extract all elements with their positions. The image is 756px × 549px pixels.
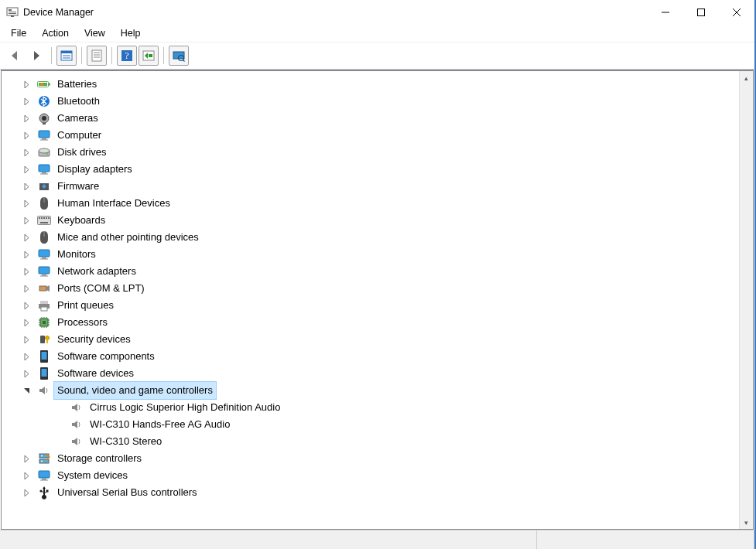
- action-events-button[interactable]: [139, 46, 159, 66]
- chevron-right-icon[interactable]: [23, 251, 36, 258]
- chevron-right-icon[interactable]: [23, 353, 36, 360]
- tree-row-computer[interactable]: Computer: [2, 127, 753, 144]
- toolbar: ?: [0, 43, 754, 70]
- maximize-button[interactable]: [683, 0, 719, 25]
- svg-rect-42: [42, 172, 46, 174]
- tree-row-keyboards[interactable]: Keyboards: [2, 212, 753, 229]
- show-hide-console-tree-button[interactable]: [56, 46, 77, 66]
- chevron-right-icon[interactable]: [23, 81, 36, 88]
- svg-rect-3: [9, 13, 16, 14]
- chevron-right-icon[interactable]: [23, 234, 36, 241]
- chevron-right-icon[interactable]: [23, 149, 36, 156]
- chevron-right-icon[interactable]: [23, 268, 36, 275]
- chevron-right-icon[interactable]: [23, 183, 36, 190]
- tree-row-human-interface-devices[interactable]: Human Interface Devices: [2, 195, 753, 212]
- menu-view[interactable]: View: [77, 26, 113, 40]
- chevron-right-icon[interactable]: [23, 489, 36, 496]
- chevron-right-icon[interactable]: [23, 455, 36, 462]
- chevron-right-icon[interactable]: [23, 98, 36, 105]
- svg-rect-90: [42, 479, 46, 480]
- close-button[interactable]: [719, 0, 754, 25]
- speaker-icon: [70, 435, 84, 448]
- scroll-down-icon[interactable]: ▾: [740, 516, 753, 529]
- cpu-icon: [37, 315, 51, 329]
- vertical-scrollbar[interactable]: ▴ ▾: [739, 71, 753, 529]
- chevron-right-icon[interactable]: [23, 166, 36, 173]
- tree-row-storage-controllers[interactable]: Storage controllers: [2, 450, 753, 467]
- tree-row-disk-drives[interactable]: Disk drives: [2, 144, 753, 161]
- scan-hardware-button[interactable]: [169, 46, 189, 66]
- minimize-button[interactable]: [648, 0, 683, 25]
- chevron-right-icon[interactable]: [23, 115, 36, 122]
- chevron-right-icon[interactable]: [23, 472, 36, 479]
- disk-icon: [37, 145, 51, 159]
- svg-point-87: [41, 455, 43, 457]
- tree-row-cirrus-logic-superior-high-definition-audio[interactable]: Cirrus Logic Superior High Definition Au…: [2, 399, 753, 416]
- svg-rect-86: [39, 459, 49, 463]
- tree-row-security-devices[interactable]: Security devices: [2, 331, 753, 348]
- tree-row-universal-serial-bus-controllers[interactable]: Universal Serial Bus controllers: [2, 484, 753, 501]
- tree-item-label: WI-C310 Stereo: [87, 433, 165, 450]
- printer-icon: [37, 298, 51, 312]
- svg-point-30: [40, 83, 43, 86]
- chevron-right-icon[interactable]: [23, 132, 36, 139]
- chevron-right-icon[interactable]: [23, 217, 36, 224]
- tree-item-label: Software components: [54, 348, 158, 365]
- tree-panel: BatteriesBluetoothCamerasComputerDisk dr…: [1, 70, 754, 530]
- svg-rect-84: [42, 369, 47, 377]
- tree-item-label: Keyboards: [54, 212, 108, 229]
- tree-item-label: Cameras: [54, 110, 101, 127]
- tree-item-label: Disk drives: [54, 144, 110, 161]
- svg-rect-41: [39, 165, 50, 172]
- chevron-down-icon[interactable]: [23, 387, 36, 394]
- help-button[interactable]: ?: [117, 46, 137, 66]
- chevron-right-icon[interactable]: [23, 336, 36, 343]
- computer-icon: [37, 128, 51, 142]
- tree-item-label: Bluetooth: [54, 93, 103, 110]
- tree-row-display-adapters[interactable]: Display adapters: [2, 161, 753, 178]
- tree-row-network-adapters[interactable]: Network adapters: [2, 263, 753, 280]
- ports-icon: [37, 281, 51, 295]
- tree-row-wi-c310-stereo[interactable]: WI-C310 Stereo: [2, 433, 753, 450]
- chevron-right-icon[interactable]: [23, 319, 36, 326]
- back-button[interactable]: [5, 46, 25, 66]
- tree-row-bluetooth[interactable]: Bluetooth: [2, 93, 753, 110]
- chevron-right-icon[interactable]: [23, 302, 36, 309]
- menu-file[interactable]: File: [3, 26, 34, 40]
- tree-item-label: Storage controllers: [54, 450, 145, 467]
- tree-row-wi-c310-hands-free-ag-audio[interactable]: WI-C310 Hands-Free AG Audio: [2, 416, 753, 433]
- tree-row-mice-and-other-pointing-devices[interactable]: Mice and other pointing devices: [2, 229, 753, 246]
- tree-row-monitors[interactable]: Monitors: [2, 246, 753, 263]
- chevron-right-icon[interactable]: [23, 200, 36, 207]
- tree-row-print-queues[interactable]: Print queues: [2, 297, 753, 314]
- menu-help[interactable]: Help: [113, 26, 149, 40]
- tree-row-software-devices[interactable]: Software devices: [2, 365, 753, 382]
- toolbar-separator: [111, 47, 112, 64]
- scroll-up-icon[interactable]: ▴: [740, 71, 753, 84]
- tree-row-batteries[interactable]: Batteries: [2, 76, 753, 93]
- menubar: File Action View Help: [0, 25, 754, 43]
- tree-item-label: Print queues: [54, 297, 117, 314]
- svg-rect-1: [9, 9, 12, 11]
- toolbar-separator: [51, 47, 52, 64]
- tree-item-label: Network adapters: [54, 263, 139, 280]
- tree-row-cameras[interactable]: Cameras: [2, 110, 753, 127]
- tree-row-software-components[interactable]: Software components: [2, 348, 753, 365]
- properties-button[interactable]: [87, 46, 107, 66]
- tree-row-system-devices[interactable]: System devices: [2, 467, 753, 484]
- svg-rect-89: [39, 471, 50, 478]
- tree-item-label: Human Interface Devices: [54, 195, 173, 212]
- chevron-right-icon[interactable]: [23, 285, 36, 292]
- forward-button[interactable]: [26, 46, 46, 66]
- svg-rect-51: [48, 217, 50, 219]
- tree-row-processors[interactable]: Processors: [2, 314, 753, 331]
- tree-row-ports-com-lpt[interactable]: Ports (COM & LPT): [2, 280, 753, 297]
- svg-rect-78: [40, 336, 45, 343]
- app-icon: [6, 6, 19, 19]
- svg-rect-58: [42, 274, 46, 276]
- tree-row-sound-video-and-game-controllers[interactable]: Sound, video and game controllers: [2, 382, 753, 399]
- device-tree[interactable]: BatteriesBluetoothCamerasComputerDisk dr…: [2, 71, 753, 529]
- chevron-right-icon[interactable]: [23, 370, 36, 377]
- menu-action[interactable]: Action: [34, 26, 77, 40]
- tree-row-firmware[interactable]: Firmware: [2, 178, 753, 195]
